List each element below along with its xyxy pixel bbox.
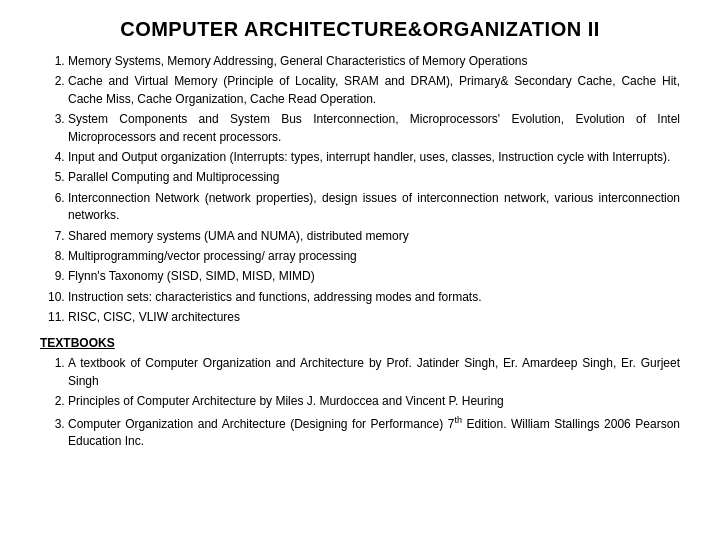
textbook-item: A textbook of Computer Organization and … xyxy=(68,355,680,390)
page-title: COMPUTER ARCHITECTURE&ORGANIZATION II xyxy=(40,18,680,41)
list-item: Flynn's Taxonomy (SISD, SIMD, MISD, MIMD… xyxy=(68,268,680,285)
list-item: Multiprogramming/vector processing/ arra… xyxy=(68,248,680,265)
textbook-item: Principles of Computer Architecture by M… xyxy=(68,393,680,410)
textbooks-heading: TEXTBOOKS xyxy=(40,336,680,350)
page: COMPUTER ARCHITECTURE&ORGANIZATION II Me… xyxy=(0,0,720,540)
list-item: Cache and Virtual Memory (Principle of L… xyxy=(68,73,680,108)
list-item: Input and Output organization (Interrupt… xyxy=(68,149,680,166)
list-item: RISC, CISC, VLIW architectures xyxy=(68,309,680,326)
textbook-item: Computer Organization and Architecture (… xyxy=(68,414,680,451)
list-item: Interconnection Network (network propert… xyxy=(68,190,680,225)
list-item: Shared memory systems (UMA and NUMA), di… xyxy=(68,228,680,245)
textbooks-list: A textbook of Computer Organization and … xyxy=(40,355,680,450)
list-item: System Components and System Bus Interco… xyxy=(68,111,680,146)
topics-list: Memory Systems, Memory Addressing, Gener… xyxy=(40,53,680,326)
superscript: th xyxy=(454,415,462,425)
textbooks-section: TEXTBOOKS A textbook of Computer Organiz… xyxy=(40,336,680,450)
list-item: Parallel Computing and Multiprocessing xyxy=(68,169,680,186)
list-item: Instruction sets: characteristics and fu… xyxy=(68,289,680,306)
list-item: Memory Systems, Memory Addressing, Gener… xyxy=(68,53,680,70)
